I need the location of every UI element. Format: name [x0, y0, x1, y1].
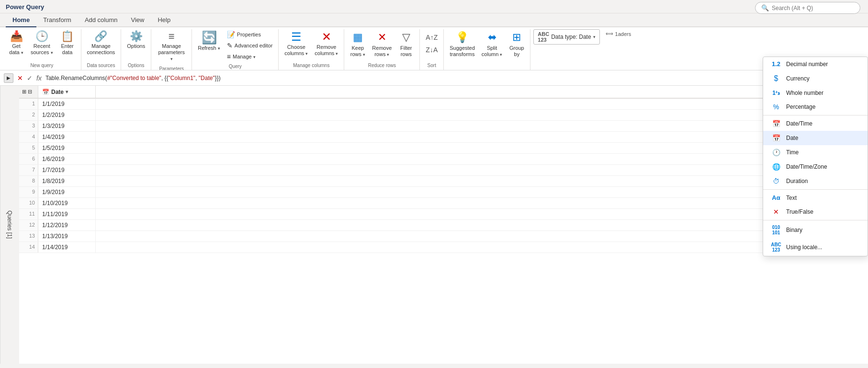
get-data-label: Getdata ▾ — [9, 43, 23, 56]
sort-az-button[interactable]: A↑Z — [423, 32, 440, 43]
tab-transform[interactable]: Transform — [36, 13, 78, 27]
dropdown-item-whole[interactable]: 1²₃ Whole number — [763, 86, 868, 100]
dropdown-item-binary[interactable]: 010101 Binary — [763, 221, 868, 239]
recent-sources-button[interactable]: 🕒 Recentsources ▾ — [28, 29, 56, 58]
cancel-formula-button[interactable]: ✕ — [17, 74, 23, 82]
keep-rows-icon: ▦ — [353, 31, 363, 44]
duration-label: Duration — [786, 178, 808, 184]
advanced-editor-button[interactable]: ✎ Advanced editor — [224, 40, 276, 51]
formula-string2: "Column1" — [169, 75, 196, 81]
keep-rows-button[interactable]: ▦ Keeprows ▾ — [347, 29, 368, 59]
table-row: 61/6/2019 — [19, 154, 868, 165]
remove-columns-icon: ✕ — [322, 31, 331, 43]
search-bar[interactable]: 🔍 — [755, 2, 860, 14]
dropdown-item-duration[interactable]: ⏱ Duration — [763, 174, 868, 188]
dropdown-item-date[interactable]: 📅 Date — [763, 131, 868, 145]
dropdown-item-text[interactable]: Aα Text — [763, 191, 868, 205]
query-buttons: 🔄 Refresh ▾ 📝 Properties ✎ Advanced edit… — [195, 29, 275, 63]
tab-add-column[interactable]: Add column — [78, 13, 124, 27]
manage-icon: ≡ — [227, 53, 231, 60]
dropdown-item-time[interactable]: 🕐 Time — [763, 145, 868, 160]
datetimezone-label: Date/Time/Zone — [786, 163, 827, 170]
group-by-button[interactable]: ⊞ Groupby — [506, 29, 527, 59]
decimal-label: Decimal number — [786, 61, 828, 68]
remove-columns-button[interactable]: ✕ Removecolumns ▾ — [312, 29, 341, 58]
sort-label: Sort — [423, 62, 440, 70]
decimal-icon: 1.2 — [771, 60, 781, 68]
filter-rows-button[interactable]: ▽ Filterrows — [395, 29, 417, 59]
remove-columns-label: Removecolumns ▾ — [315, 44, 338, 57]
recent-sources-icon: 🕒 — [35, 31, 48, 42]
choose-columns-label: Choosecolumns ▾ — [284, 44, 308, 57]
ribbon-group-transform: 💡 Suggestedtransforms ⬌ Splitcolumn ▾ ⊞ … — [444, 29, 530, 70]
suggested-transforms-label: Suggestedtransforms — [450, 45, 475, 58]
dropdown-item-datetime[interactable]: 📅 Date/Time — [763, 116, 868, 131]
choose-columns-icon: ☰ — [291, 31, 302, 43]
headers-button[interactable]: ⟺ 1aders — [603, 29, 634, 38]
tab-view[interactable]: View — [124, 13, 151, 27]
manage-connections-label: Manageconnections — [87, 43, 115, 56]
formula-string1: #"Converted to table" — [107, 75, 161, 81]
dropdown-item-decimal[interactable]: 1.2 Decimal number — [763, 57, 868, 71]
parameters-buttons: ≡ Manageparameters ▾ — [154, 29, 189, 65]
datetimezone-icon: 🌐 — [771, 163, 781, 171]
options-button[interactable]: ⚙️ Options — [124, 29, 148, 51]
suggested-transforms-button[interactable]: 💡 Suggestedtransforms — [447, 29, 478, 59]
date-column-header[interactable]: 📅 Date ▾ — [38, 86, 96, 98]
row-num-header: ⊞ ⊟ — [19, 86, 38, 98]
table-icon2: ⊟ — [28, 89, 32, 95]
separator2 — [763, 189, 868, 190]
collapse-panel-button[interactable]: ▶ — [4, 73, 13, 83]
date-cell: 1/14/2019 — [38, 242, 96, 253]
table-row: 141/14/2019 — [19, 242, 868, 253]
date-type-icon: 📅 — [42, 89, 49, 95]
dropdown-item-datetimezone[interactable]: 🌐 Date/Time/Zone — [763, 160, 868, 174]
row-num: 13 — [19, 231, 38, 242]
split-column-button[interactable]: ⬌ Splitcolumn ▾ — [479, 29, 506, 59]
properties-button[interactable]: 📝 Properties — [224, 29, 276, 40]
options-label: Options — [127, 43, 145, 49]
confirm-formula-button[interactable]: ✓ — [27, 74, 33, 82]
queries-panel[interactable]: Queries [1] — [0, 86, 19, 364]
locale-label: Using locale... — [786, 244, 822, 251]
sort-za-button[interactable]: Z↓A — [423, 45, 440, 55]
date-col-dropdown[interactable]: ▾ — [66, 89, 68, 94]
manage-connections-button[interactable]: 🔗 Manageconnections — [84, 29, 118, 58]
remove-rows-button[interactable]: ✕ Removerows ▾ — [369, 29, 395, 59]
tab-help[interactable]: Help — [151, 13, 177, 27]
manage-button[interactable]: ≡ Manage ▾ — [224, 51, 276, 62]
whole-label: Whole number — [786, 90, 823, 96]
table-icon: ⊞ — [22, 89, 26, 95]
ribbon-group-sort: A↑Z Z↓A Sort — [420, 29, 444, 70]
search-input[interactable] — [772, 5, 853, 12]
dropdown-item-locale[interactable]: ABC123 Using locale... — [763, 239, 868, 256]
get-data-button[interactable]: 📥 Getdata ▾ — [6, 29, 27, 58]
properties-label: Properties — [237, 32, 261, 37]
suggested-transforms-icon: 💡 — [456, 31, 469, 44]
currency-label: Currency — [786, 75, 810, 82]
dropdown-item-percentage[interactable]: % Percentage — [763, 100, 868, 114]
table-row: 21/2/2019 — [19, 110, 868, 121]
dropdown-item-truefalse[interactable]: ✕ True/False — [763, 205, 868, 219]
date-cell: 1/6/2019 — [38, 154, 96, 164]
app-title: Power Query — [6, 3, 44, 11]
choose-columns-button[interactable]: ☰ Choosecolumns ▾ — [282, 29, 311, 58]
query-small-buttons: 📝 Properties ✎ Advanced editor ≡ Manage … — [224, 29, 276, 62]
ribbon-group-options: ⚙️ Options Options — [121, 29, 151, 70]
date-cell: 1/12/2019 — [38, 220, 96, 230]
dropdown-item-currency[interactable]: $ Currency — [763, 71, 868, 86]
tab-home[interactable]: Home — [6, 13, 36, 27]
currency-icon: $ — [771, 74, 781, 83]
enter-data-button[interactable]: 📋 Enterdata — [57, 29, 78, 58]
data-type-label: Data type: Date — [551, 34, 591, 40]
grid-body: 11/1/2019 21/2/2019 31/3/2019 41/4/2019 … — [19, 99, 868, 253]
manage-parameters-button[interactable]: ≡ Manageparameters ▾ — [154, 29, 189, 64]
row-num: 9 — [19, 187, 38, 197]
remove-rows-icon: ✕ — [378, 31, 386, 44]
refresh-button[interactable]: 🔄 Refresh ▾ — [195, 29, 223, 53]
data-type-button[interactable]: ABC123 Data type: Date ▾ — [533, 29, 599, 45]
date-cell: 1/3/2019 — [38, 121, 96, 131]
new-query-label: New query — [6, 62, 78, 70]
row-num: 14 — [19, 242, 38, 253]
data-sources-buttons: 🔗 Manageconnections — [84, 29, 118, 62]
